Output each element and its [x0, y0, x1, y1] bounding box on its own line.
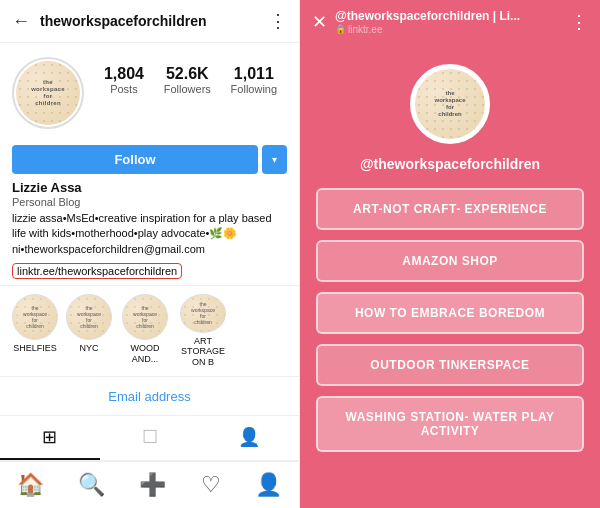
story-label: SHELFIES [13, 343, 57, 354]
story-avatar: theworkspaceforchildren [66, 294, 112, 340]
stories-row: theworkspaceforchildren SHELFIES thework… [0, 285, 299, 376]
following-stat: 1,011 Following [231, 65, 277, 95]
right-header-title: @theworkspaceforchildren | Li... [335, 9, 562, 23]
back-arrow-icon[interactable]: ← [12, 11, 30, 32]
url-text: linktr.ee [348, 24, 382, 35]
link-button-4[interactable]: WASHING STATION- WATER PLAY ACTIVITY [316, 396, 584, 452]
story-avatar: theworkspaceforchildren [12, 294, 58, 340]
left-panel: ← theworkspaceforchildren ⋮ theworkspace… [0, 0, 300, 508]
story-item[interactable]: theworkspaceforchildren ART STORAGE ON B [178, 294, 228, 368]
avatar: theworkspaceforchildren [12, 57, 84, 129]
right-avatar: theworkspaceforchildren [410, 64, 490, 144]
right-menu-icon[interactable]: ⋮ [570, 11, 588, 33]
profile-username: theworkspaceforchildren [40, 13, 269, 29]
bio-name: Lizzie Assa [12, 180, 287, 195]
bio-link[interactable]: linktr.ee/theworkspaceforchildren [12, 263, 182, 279]
followers-count: 52.6K [166, 65, 209, 83]
followers-stat: 52.6K Followers [164, 65, 211, 95]
posts-label: Posts [110, 83, 138, 95]
bio-section: Lizzie Assa Personal Blog lizzie assa•Ms… [0, 180, 299, 285]
link-button-1[interactable]: AMAZON SHOP [316, 240, 584, 282]
header-menu-icon[interactable]: ⋮ [269, 10, 287, 32]
story-item[interactable]: theworkspaceforchildren WOOD AND... [120, 294, 170, 368]
following-count: 1,011 [234, 65, 274, 83]
story-item[interactable]: theworkspaceforchildren SHELFIES [12, 294, 58, 368]
close-icon[interactable]: ✕ [312, 11, 327, 33]
add-icon[interactable]: ➕ [127, 468, 178, 502]
tab-posts[interactable]: ☐ [100, 416, 200, 460]
story-avatar: theworkspaceforchildren [180, 294, 226, 332]
story-label: ART STORAGE ON B [178, 336, 228, 368]
posts-stat: 1,804 Posts [104, 65, 144, 95]
lock-icon: 🔒 [335, 24, 346, 34]
email-row: Email address [0, 376, 299, 415]
story-label: NYC [79, 343, 98, 354]
right-content: theworkspaceforchildren @theworkspacefor… [300, 44, 600, 508]
heart-icon[interactable]: ♡ [189, 468, 233, 502]
bottom-nav: 🏠 🔍 ➕ ♡ 👤 [0, 461, 299, 508]
home-icon[interactable]: 🏠 [5, 468, 56, 502]
bio-text: lizzie assa•MsEd•creative inspiration fo… [12, 211, 287, 257]
email-address-link[interactable]: Email address [108, 389, 190, 404]
followers-label: Followers [164, 83, 211, 95]
profile-section: theworkspaceforchildren 1,804 Posts 52.6… [0, 43, 299, 139]
story-avatar: theworkspaceforchildren [122, 294, 168, 340]
left-header: ← theworkspaceforchildren ⋮ [0, 0, 299, 43]
story-item[interactable]: theworkspaceforchildren NYC [66, 294, 112, 368]
link-button-3[interactable]: OUTDOOR TINKERSPACE [316, 344, 584, 386]
link-button-0[interactable]: ART-NOT CRAFT- EXPERIENCE [316, 188, 584, 230]
story-label: WOOD AND... [120, 343, 170, 365]
following-label: Following [231, 83, 277, 95]
link-button-2[interactable]: HOW TO EMBRACE BOREDOM [316, 292, 584, 334]
tab-grid[interactable]: ⊞ [0, 416, 100, 460]
right-panel: ✕ @theworkspaceforchildren | Li... 🔒 lin… [300, 0, 600, 508]
posts-count: 1,804 [104, 65, 144, 83]
bio-category: Personal Blog [12, 196, 287, 208]
tab-bar: ⊞ ☐ 👤 [0, 415, 299, 461]
right-handle: @theworkspaceforchildren [360, 156, 540, 172]
tab-tagged[interactable]: 👤 [199, 416, 299, 460]
follow-chevron-button[interactable]: ▾ [262, 145, 287, 174]
profile-icon[interactable]: 👤 [243, 468, 294, 502]
right-header-info: @theworkspaceforchildren | Li... 🔒 linkt… [335, 9, 562, 34]
follow-button[interactable]: Follow [12, 145, 258, 174]
search-icon[interactable]: 🔍 [66, 468, 117, 502]
follow-row: Follow ▾ [0, 139, 299, 180]
right-header-url: 🔒 linktr.ee [335, 24, 562, 35]
right-header: ✕ @theworkspaceforchildren | Li... 🔒 lin… [300, 0, 600, 44]
stats-row: 1,804 Posts 52.6K Followers 1,011 Follow… [84, 57, 287, 95]
